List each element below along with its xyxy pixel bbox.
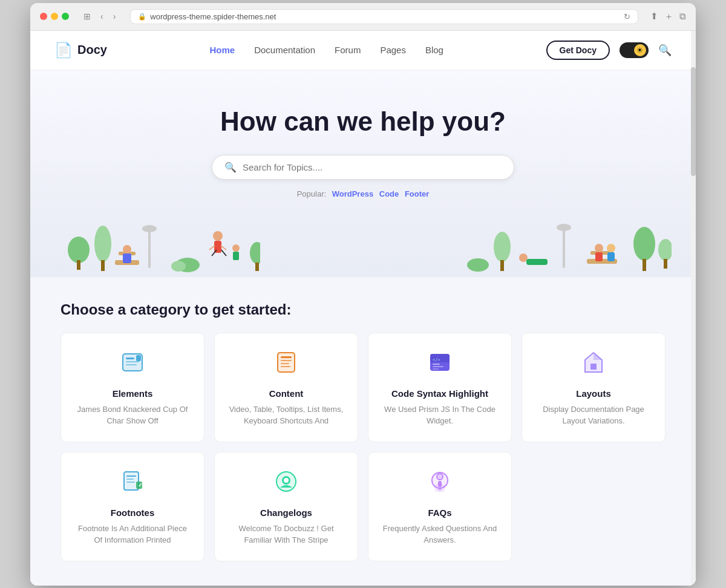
svg-point-31: [595, 244, 603, 252]
park-right: [466, 217, 672, 277]
theme-knob: ☀: [634, 44, 646, 56]
nav-link-forum[interactable]: Forum: [335, 45, 361, 55]
windows-icon[interactable]: ⧉: [679, 11, 686, 22]
card-faqs[interactable]: FAQs Frequently Asked Questions And Answ…: [368, 452, 512, 561]
svg-rect-64: [126, 475, 136, 477]
svg-rect-48: [281, 360, 292, 361]
elements-icon: [73, 350, 192, 380]
new-tab-icon[interactable]: ＋: [664, 11, 673, 22]
browser-right-actions: ⬆ ＋ ⧉: [650, 11, 686, 22]
svg-rect-3: [101, 260, 105, 271]
svg-rect-65: [126, 479, 134, 480]
share-icon[interactable]: ⬆: [650, 11, 658, 22]
svg-rect-50: [281, 366, 290, 367]
svg-rect-21: [255, 263, 259, 271]
popular-link-wordpress[interactable]: WordPress: [332, 189, 373, 198]
svg-rect-41: [126, 358, 134, 359]
code-syntax-desc: We Used Prism JS In The Code Widget.: [381, 403, 499, 427]
navbar: 📄 Docy Home Documentation Forum Pages Bl…: [30, 31, 696, 70]
svg-rect-24: [500, 260, 504, 271]
svg-line-14: [209, 246, 215, 250]
popular-link-code[interactable]: Code: [379, 189, 399, 198]
sun-icon: ☀: [636, 46, 643, 54]
card-elements[interactable]: Elements James Bond Knackered Cup Of Cha…: [60, 333, 204, 442]
theme-toggle[interactable]: ☀: [620, 42, 649, 58]
svg-rect-44: [136, 355, 141, 361]
park-left: [54, 217, 260, 277]
svg-point-16: [232, 244, 240, 252]
nav-link-home[interactable]: Home: [209, 45, 235, 55]
svg-rect-9: [123, 253, 131, 263]
main-section: Choose a category to get started:: [30, 277, 696, 586]
svg-point-37: [658, 239, 672, 261]
svg-point-10: [213, 231, 223, 241]
hero-search-container: 🔍: [212, 155, 514, 180]
svg-text:✓: ✓: [138, 482, 143, 488]
search-icon[interactable]: 🔍: [658, 44, 672, 57]
content-title: Content: [227, 388, 345, 399]
park-illustration: [54, 217, 672, 277]
faqs-desc: Frequently Asked Questions And Answers.: [381, 523, 499, 546]
card-footnotes[interactable]: ✓ Footnotes Footnote Is An Additional Pi…: [60, 452, 204, 561]
svg-rect-47: [281, 356, 292, 358]
scrollbar-track: [691, 31, 696, 586]
search-input[interactable]: [243, 162, 502, 172]
svg-rect-17: [233, 252, 239, 260]
svg-rect-49: [281, 363, 289, 364]
traffic-lights: [40, 13, 69, 20]
maximize-button[interactable]: [62, 13, 69, 20]
changelogs-desc: Welcome To Docbuzz ! Get Familiar With T…: [227, 523, 345, 546]
changelogs-icon: [227, 469, 345, 499]
nav-link-documentation[interactable]: Documentation: [254, 45, 315, 55]
svg-rect-32: [595, 252, 603, 261]
sidebar-toggle-icon[interactable]: ⊞: [81, 10, 93, 22]
nav-link-pages[interactable]: Pages: [380, 45, 406, 55]
park-right-svg: [466, 217, 672, 277]
card-layouts[interactable]: Layouts Display Documentation Page Layou…: [522, 333, 666, 442]
svg-point-28: [557, 224, 571, 231]
logo[interactable]: 📄 Docy: [54, 42, 107, 59]
reload-icon[interactable]: ↻: [624, 12, 630, 21]
section-title: Choose a category to get started:: [60, 301, 666, 318]
forward-icon[interactable]: ›: [111, 10, 119, 22]
layouts-title: Layouts: [534, 388, 653, 399]
svg-rect-56: [433, 366, 443, 367]
back-icon[interactable]: ‹: [98, 10, 106, 22]
code-syntax-title: Code Syntax Highlight: [381, 388, 499, 399]
card-changelogs[interactable]: Changelogs Welcome To Docbuzz ! Get Fami…: [214, 452, 358, 561]
close-button[interactable]: [40, 13, 47, 20]
minimize-button[interactable]: [51, 13, 58, 20]
svg-point-22: [467, 258, 489, 272]
svg-point-23: [494, 232, 511, 262]
browser-window: ⊞ ‹ › 🔒 wordpress-theme.spider-themes.ne…: [30, 3, 696, 586]
address-bar[interactable]: 🔒 wordpress-theme.spider-themes.net ↻: [130, 9, 638, 24]
layouts-desc: Display Documentation Page Layout Variat…: [534, 403, 653, 427]
faqs-icon: [381, 469, 499, 499]
svg-rect-38: [664, 259, 667, 269]
elements-title: Elements: [73, 388, 192, 399]
footnotes-icon: ✓: [73, 469, 192, 499]
card-code-syntax[interactable]: </> Code Syntax Highlight We Used Prism …: [368, 333, 512, 442]
content-desc: Video, Table, Tooltips, List Items, Keyb…: [227, 403, 345, 427]
svg-rect-26: [526, 259, 548, 265]
card-content[interactable]: Content Video, Table, Tooltips, List Ite…: [214, 333, 358, 442]
search-icon-hero: 🔍: [224, 162, 237, 173]
svg-rect-57: [433, 368, 439, 370]
code-syntax-icon: </>: [381, 350, 499, 380]
svg-point-25: [519, 253, 528, 262]
get-docy-button[interactable]: Get Docy: [546, 41, 610, 60]
hero-title: How can we help you?: [54, 106, 672, 137]
nav-links: Home Documentation Forum Pages Blog: [209, 45, 443, 55]
svg-line-13: [221, 250, 226, 256]
browser-nav-actions: ⊞ ‹ ›: [81, 10, 118, 22]
svg-rect-4: [148, 229, 151, 268]
svg-text:</>: </>: [433, 358, 440, 362]
svg-point-19: [171, 261, 186, 272]
svg-rect-34: [607, 252, 615, 261]
park-left-svg: [54, 217, 260, 277]
nav-link-blog[interactable]: Blog: [425, 45, 443, 55]
footnotes-title: Footnotes: [73, 508, 192, 518]
scrollbar-thumb[interactable]: [691, 67, 696, 176]
page-content: 📄 Docy Home Documentation Forum Pages Bl…: [30, 31, 696, 586]
popular-link-footer[interactable]: Footer: [405, 189, 429, 198]
